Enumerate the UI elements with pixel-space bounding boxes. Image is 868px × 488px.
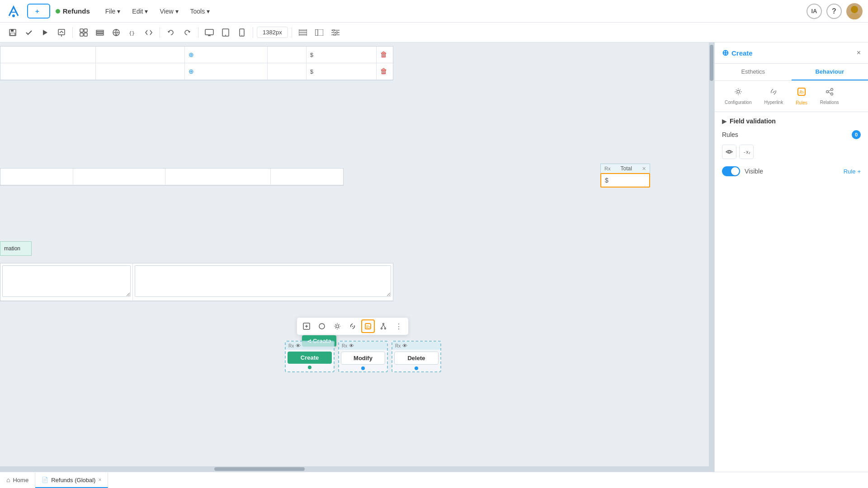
- subtab-rules[interactable]: Rx Rules: [791, 84, 812, 108]
- subtab-hyperlink[interactable]: Hyperlink: [760, 85, 788, 108]
- cell-1-5[interactable]: $: [307, 47, 377, 63]
- create-event-btn[interactable]: Create: [288, 352, 332, 364]
- add-rule-button[interactable]: Rule +: [844, 168, 861, 175]
- settings-button[interactable]: [328, 25, 343, 40]
- export-button[interactable]: [54, 25, 69, 40]
- ia-button[interactable]: IA: [807, 4, 822, 19]
- cell-2-delete[interactable]: 🗑: [377, 63, 393, 80]
- chevron-down-icon: ▾: [117, 8, 120, 15]
- save-button[interactable]: [5, 25, 20, 40]
- new-button[interactable]: +: [27, 4, 50, 19]
- tab-behaviour[interactable]: Behaviour: [792, 64, 868, 80]
- tab-close-button[interactable]: ×: [98, 477, 101, 483]
- svg-point-2: [849, 13, 860, 19]
- cell-1-2[interactable]: [96, 47, 185, 63]
- svg-rect-12: [84, 33, 87, 36]
- cell-2-2[interactable]: [96, 63, 185, 80]
- redo-button[interactable]: [180, 25, 194, 40]
- visible-toggle[interactable]: [722, 166, 740, 176]
- formula-rule-btn[interactable]: -x/: [739, 145, 754, 159]
- rules-row: Rules 0: [722, 130, 861, 139]
- event-header-create: Rx 👁: [286, 342, 334, 350]
- total-input[interactable]: $: [600, 173, 650, 188]
- components-button[interactable]: [76, 25, 91, 40]
- bottom-tabs: ⌂ Home 📄 Refunds (Global) ×: [0, 472, 868, 488]
- cell-2-5[interactable]: $: [307, 63, 377, 80]
- data-source-button[interactable]: [109, 25, 123, 40]
- run-button[interactable]: [38, 25, 52, 40]
- chevron-right-icon: ▶: [722, 117, 727, 125]
- action-link-btn[interactable]: [346, 319, 359, 333]
- eye-rule-btn[interactable]: [722, 145, 736, 159]
- modify-event-btn[interactable]: Modify: [341, 352, 385, 365]
- textarea-1[interactable]: [2, 265, 131, 297]
- cell-3-3[interactable]: [165, 169, 271, 185]
- tab-home[interactable]: ⌂ Home: [0, 473, 35, 488]
- css-button[interactable]: {}: [125, 25, 140, 40]
- eye-icon-2: 👁: [349, 343, 354, 348]
- plus-circle-icon: ⊕: [722, 48, 729, 58]
- textarea-cell-2[interactable]: [133, 263, 393, 300]
- view-menu[interactable]: View ▾: [154, 5, 184, 17]
- panel-subtabs: Configuration Hyperlink Rx Rules Relatio…: [715, 81, 868, 112]
- vertical-scrollbar-thumb[interactable]: [710, 45, 713, 81]
- viewport-width[interactable]: 1382px: [257, 27, 288, 38]
- tablet-view-button[interactable]: [218, 25, 233, 40]
- svg-line-56: [828, 90, 831, 91]
- panel-create-button[interactable]: ⊕ Create: [722, 48, 753, 58]
- cell-1-4[interactable]: [268, 47, 307, 63]
- delete-event-btn[interactable]: Delete: [394, 352, 439, 365]
- cell-3-2[interactable]: [73, 169, 165, 185]
- tab-refunds-global[interactable]: 📄 Refunds (Global) ×: [35, 473, 108, 488]
- horizontal-scrollbar[interactable]: [0, 466, 714, 472]
- mobile-view-button[interactable]: [235, 25, 249, 40]
- grid-toggle-button[interactable]: [296, 25, 310, 40]
- desktop-view-button[interactable]: [202, 25, 217, 40]
- cell-1-3[interactable]: ⊕: [185, 47, 268, 63]
- canvas-area[interactable]: ⊕ $ 🗑 ⊕: [0, 42, 714, 472]
- action-rules-btn[interactable]: Rx: [361, 319, 375, 333]
- svg-rect-4: [11, 29, 14, 32]
- action-fork-btn[interactable]: [377, 319, 390, 333]
- home-icon: ⌂: [6, 476, 10, 483]
- cell-3-1[interactable]: [0, 169, 73, 185]
- divider-1: [72, 27, 73, 38]
- check-button[interactable]: [22, 25, 36, 40]
- subtab-relations[interactable]: Relations: [816, 85, 844, 108]
- textarea-2[interactable]: [135, 265, 391, 297]
- cell-2-4[interactable]: [268, 63, 307, 80]
- nav-menus: File ▾ Edit ▾ View ▾ Tools ▾: [100, 5, 215, 17]
- panel-toggle-button[interactable]: [312, 25, 326, 40]
- tools-menu[interactable]: Tools ▾: [185, 5, 216, 17]
- user-avatar[interactable]: [846, 3, 863, 19]
- panel-close-button[interactable]: ×: [857, 49, 861, 57]
- code-button[interactable]: [142, 25, 156, 40]
- cell-1-delete[interactable]: 🗑: [377, 47, 393, 63]
- form-row-2: ⊕ $ 🗑: [0, 63, 393, 80]
- tab-esthetics[interactable]: Esthetics: [715, 64, 792, 80]
- help-button[interactable]: ?: [826, 4, 842, 19]
- file-menu[interactable]: File ▾: [100, 5, 126, 17]
- edit-menu[interactable]: Edit ▾: [127, 5, 153, 17]
- svg-point-35: [333, 29, 335, 31]
- cell-2-3[interactable]: ⊕: [185, 63, 268, 80]
- panel-header: ⊕ Create ×: [715, 42, 868, 64]
- svg-point-50: [737, 90, 740, 93]
- cell-3-4[interactable]: [271, 169, 343, 185]
- action-shape-btn[interactable]: [315, 319, 329, 333]
- textarea-cell-1[interactable]: [0, 263, 133, 300]
- action-more-btn[interactable]: ⋮: [392, 319, 406, 333]
- undo-button[interactable]: [164, 25, 178, 40]
- cell-1-1[interactable]: [0, 47, 96, 63]
- svg-rect-30: [315, 29, 323, 36]
- close-icon[interactable]: ✕: [642, 166, 646, 172]
- vertical-scrollbar[interactable]: [709, 42, 714, 472]
- action-select-btn[interactable]: [300, 319, 313, 333]
- layers-button[interactable]: [93, 25, 107, 40]
- horizontal-scrollbar-thumb[interactable]: [214, 467, 305, 471]
- field-validation-header[interactable]: ▶ Field validation: [722, 117, 861, 125]
- rx-badge: Rx: [604, 166, 610, 171]
- action-gear-btn[interactable]: [330, 319, 344, 333]
- subtab-configuration[interactable]: Configuration: [720, 85, 756, 108]
- cell-2-1[interactable]: [0, 63, 96, 80]
